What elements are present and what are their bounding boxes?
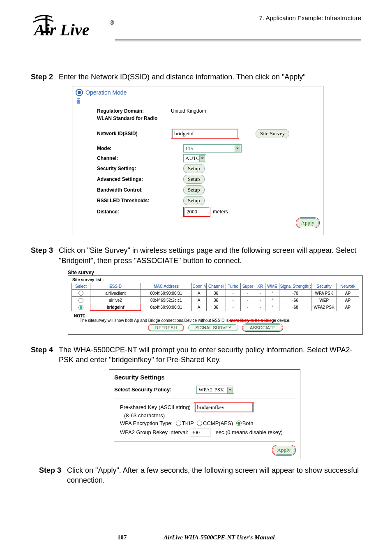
psk-hint: (8-63 characters) xyxy=(124,412,165,419)
enc-label: WPA Encryption Type: xyxy=(120,420,173,426)
distance-label: Distance: xyxy=(97,209,167,215)
ssid-label: Network ID(SSID) xyxy=(97,131,167,136)
airlive-logo: Air Live ® xyxy=(31,8,115,41)
cell-mac: 00:4f:69:52:2c:c1 xyxy=(141,297,191,304)
refresh-button[interactable]: REFRESH xyxy=(148,324,184,331)
security-label: Security Setting: xyxy=(97,166,167,171)
cell-conn: A xyxy=(191,297,206,304)
advanced-setup-button[interactable]: Setup xyxy=(183,175,205,184)
distance-input[interactable]: 2000 xyxy=(184,207,209,216)
radio-tkip[interactable] xyxy=(176,421,181,426)
step-label: Step 2 xyxy=(31,72,53,82)
step-4: Step 4 The WHA-5500CPE-NT will prompt yo… xyxy=(31,345,361,365)
manual-title: AirLive WHA-5500CPE-NT User's Manual xyxy=(164,534,274,541)
chapter-title: 7. Application Example: Infrastructure xyxy=(259,14,361,21)
step-label: Step 4 xyxy=(31,345,53,365)
cell-network: AP xyxy=(337,297,359,304)
cell-channel: 36 xyxy=(206,304,226,311)
cell-security: WEP xyxy=(311,297,337,304)
note-text-b: more likely to be a Brid xyxy=(230,318,272,323)
cell-wme: * xyxy=(265,297,279,304)
survey-col-header: WME xyxy=(265,283,279,289)
page-number: 107 xyxy=(118,534,127,541)
step-label: Step 3 xyxy=(31,245,53,266)
channel-label: Channel: xyxy=(97,155,167,161)
apply-button[interactable]: Apply xyxy=(297,218,319,227)
survey-col-header: ESSID xyxy=(90,283,141,289)
mode-select[interactable]: 11a xyxy=(183,144,242,153)
svg-text:Air Live: Air Live xyxy=(33,21,89,39)
operation-mode-panel: Operation Mode Regulatory Domain: United… xyxy=(72,86,323,235)
cell-network: AP xyxy=(337,289,359,296)
cell-select xyxy=(72,304,90,311)
psk-input[interactable]: bridgeinfkey xyxy=(195,403,253,412)
cell-turbo: - xyxy=(226,297,240,304)
step-2: Step 2 Enter the Network ID(SSID) and di… xyxy=(31,72,361,82)
cell-essid: airliveclient xyxy=(90,289,141,296)
rekey-input[interactable]: 300 xyxy=(190,428,210,437)
cell-security: WPA2 PSK xyxy=(311,304,337,311)
cell-turbo: - xyxy=(226,289,240,296)
site-survey-button[interactable]: Site Survey xyxy=(256,129,289,138)
cell-wme: * xyxy=(265,304,279,311)
cell-channel: 36 xyxy=(206,297,226,304)
table-row: airlive200:4f:69:52:2c:c1A36---*-66WEPAP xyxy=(72,297,359,304)
cell-select xyxy=(72,289,90,296)
signal-survey-button[interactable]: SIGNAL SURVEY xyxy=(188,324,238,331)
rssi-label: RSSI LED Thresholds: xyxy=(97,198,167,204)
note-label: NOTE: xyxy=(74,314,87,318)
radio-both[interactable] xyxy=(236,421,242,426)
associate-button[interactable]: ASSOCIATE xyxy=(243,324,282,331)
ssid-input[interactable]: bridgeinf xyxy=(172,129,238,138)
row-radio[interactable] xyxy=(78,298,83,303)
advanced-label: Advanced Settings: xyxy=(97,176,167,182)
rssi-setup-button[interactable]: Setup xyxy=(183,196,205,205)
panel-title: Operation Mode xyxy=(85,89,127,96)
cell-security: WPA PSK xyxy=(311,289,337,296)
table-row: bridgeinf0a:4f:69:90:00:01A36---*-68WPA2… xyxy=(72,304,359,311)
psk-label: Pre-shared Key (ASCII string) xyxy=(120,404,191,410)
survey-col-header: MAC Address xyxy=(141,283,191,289)
cell-conn: A xyxy=(191,304,206,311)
cell-super: - xyxy=(240,297,255,304)
radio-ccmp[interactable] xyxy=(197,421,202,426)
step-text: Click on "Apply". After a few seconds, t… xyxy=(67,465,361,486)
header-rule xyxy=(115,39,361,42)
row-radio[interactable] xyxy=(78,305,83,310)
security-apply-button[interactable]: Apply xyxy=(273,446,295,455)
channel-select[interactable]: AUTO xyxy=(183,154,206,162)
step-text: Enter the Network ID(SSID) and distance … xyxy=(59,72,306,82)
survey-col-header: Network xyxy=(337,283,359,289)
gear-icon xyxy=(76,89,83,96)
cell-mac: 0a:4f:69:90:00:01 xyxy=(141,304,191,311)
survey-col-header: Security xyxy=(311,283,337,289)
step-label: Step 3 xyxy=(39,465,61,486)
survey-col-header: XR xyxy=(255,283,265,289)
bandwidth-setup-button[interactable]: Setup xyxy=(183,185,205,194)
note-text-a: The sitesurvey will show both Ap and Bri… xyxy=(80,318,230,323)
step-text: Click on "Site Survey" in wireless setti… xyxy=(59,245,361,266)
cell-network: AP xyxy=(337,304,359,311)
step-3a: Step 3 Click on "Site Survey" in wireles… xyxy=(31,245,361,266)
row-radio[interactable] xyxy=(78,291,83,296)
cell-select xyxy=(72,297,90,304)
cell-xr: - xyxy=(255,304,265,311)
cell-xr: - xyxy=(255,297,265,304)
survey-col-header: Select xyxy=(72,283,90,289)
step-3b: Step 3 Click on "Apply". After a few sec… xyxy=(39,465,361,486)
mode-label: Mode: xyxy=(97,146,167,151)
reg-domain-value: United Kingdom xyxy=(171,108,206,114)
svg-text:®: ® xyxy=(110,19,114,26)
wlan-std-label: WLAN Standard for Radio xyxy=(97,116,167,121)
site-survey-table: SelectESSIDMAC AddressConn ModeChannelTu… xyxy=(71,283,359,311)
cell-mac: 00:4f:69:90:00:01 xyxy=(141,289,191,296)
home-icon xyxy=(76,98,81,104)
step-text: The WHA-5500CPE-NT will prompt you to en… xyxy=(59,345,361,365)
reg-domain-label: Regulatory Domain: xyxy=(97,108,167,114)
security-title: Security Settings xyxy=(114,374,295,381)
survey-col-header: Super xyxy=(240,283,255,289)
site-survey-panel: Site survey list : SelectESSIDMAC Addres… xyxy=(68,275,363,335)
rekey-unit: sec.(0 means disable rekey) xyxy=(216,429,283,435)
security-setup-button[interactable]: Setup xyxy=(183,164,205,173)
policy-select[interactable]: WPA2-PSK xyxy=(196,386,234,394)
